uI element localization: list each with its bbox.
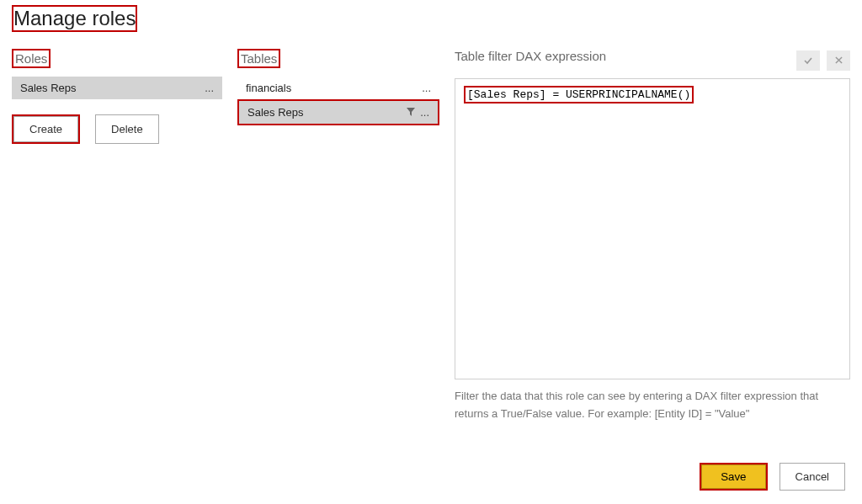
table-item-sales-reps[interactable]: Sales Reps ...: [239, 101, 438, 124]
create-button[interactable]: Create: [13, 116, 78, 142]
roles-heading: Roles: [12, 49, 51, 68]
expression-column: Table filter DAX expression [Sales Reps]…: [455, 49, 850, 448]
ellipsis-icon[interactable]: ...: [205, 82, 214, 93]
expression-toolbar: [796, 50, 850, 71]
roles-buttons: Create Delete: [12, 114, 222, 144]
table-item-financials[interactable]: financials ...: [237, 77, 439, 99]
dax-expression-editor[interactable]: [Sales Reps] = USERPRINCIPALNAME(): [455, 78, 850, 379]
cancel-button[interactable]: Cancel: [780, 463, 845, 491]
expression-heading: Table filter DAX expression: [455, 49, 606, 63]
expression-help-text: Filter the data that this role can see b…: [455, 388, 850, 423]
check-button[interactable]: [796, 50, 820, 71]
tables-heading: Tables: [237, 49, 280, 68]
save-button[interactable]: Save: [701, 464, 765, 489]
filter-icon: [407, 106, 415, 119]
manage-roles-dialog: Manage roles Roles Sales Reps ... Create…: [0, 0, 862, 504]
role-item-sales-reps[interactable]: Sales Reps ...: [12, 77, 222, 99]
tables-list: financials ... Sales Reps ...: [237, 77, 439, 125]
ellipsis-icon[interactable]: ...: [422, 82, 431, 93]
roles-list: Sales Reps ...: [12, 77, 222, 99]
tables-column: Tables financials ... Sales Reps ...: [237, 49, 439, 448]
dialog-title: Manage roles: [12, 5, 137, 32]
dialog-footer: Save Cancel: [12, 448, 850, 504]
dax-expression-text: [Sales Reps] = USERPRINCIPALNAME(): [464, 86, 694, 103]
table-item-label: financials: [246, 82, 291, 94]
roles-column: Roles Sales Reps ... Create Delete: [12, 49, 222, 448]
ellipsis-icon[interactable]: ...: [420, 107, 429, 118]
table-item-label: Sales Reps: [247, 106, 303, 119]
clear-button[interactable]: [827, 50, 850, 71]
delete-button[interactable]: Delete: [95, 114, 159, 144]
main-area: Roles Sales Reps ... Create Delete Table…: [12, 49, 850, 448]
role-item-label: Sales Reps: [20, 82, 76, 94]
